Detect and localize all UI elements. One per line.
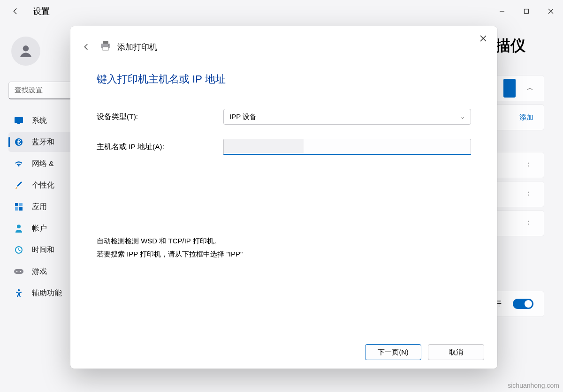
svg-point-17 [20, 271, 22, 272]
clock-icon [14, 245, 23, 255]
add-printer-dialog: 添加打印机 键入打印机主机名或 IP 地址 设备类型(T): IPP 设备 ⌄ … [70, 26, 497, 369]
sidebar-item-label: 个性化 [32, 181, 54, 190]
avatar[interactable] [11, 37, 40, 66]
sidebar-item-label: 应用 [32, 202, 47, 212]
svg-point-18 [18, 289, 20, 291]
sidebar-item-label: 游戏 [32, 267, 47, 277]
printer-icon [100, 41, 111, 53]
brush-icon [14, 181, 23, 190]
svg-rect-15 [14, 269, 23, 274]
watermark: sichuanhong.com [508, 382, 559, 389]
dialog-heading: 键入打印机主机名或 IP 地址 [97, 72, 471, 86]
chevron-down-icon: ⌄ [460, 113, 465, 120]
svg-rect-11 [19, 207, 23, 211]
input-selection [224, 139, 304, 153]
svg-rect-23 [103, 47, 108, 50]
svg-rect-9 [19, 203, 23, 206]
svg-point-4 [23, 45, 29, 51]
add-link[interactable]: 添加 [519, 113, 533, 122]
dialog-title: 添加打印机 [117, 42, 157, 53]
svg-point-16 [16, 271, 18, 272]
dialog-hint: 自动检测检测 WSD 和 TCP/IP 打印机。 若要搜索 IPP 打印机，请从… [97, 234, 471, 261]
chevron-right-icon: 〉 [527, 190, 533, 198]
apps-icon [14, 202, 23, 211]
device-type-label: 设备类型(T): [97, 112, 223, 122]
svg-rect-10 [15, 207, 18, 211]
maximize-button[interactable] [514, 2, 539, 21]
sidebar-item-label: 蓝牙和 [32, 137, 54, 147]
wifi-icon [14, 159, 23, 168]
minimize-button[interactable] [490, 2, 514, 21]
cancel-button[interactable]: 取消 [428, 344, 484, 360]
dialog-back-button[interactable] [79, 39, 94, 54]
svg-rect-21 [103, 41, 108, 44]
sidebar-item-label: 时间和 [32, 245, 54, 255]
chevron-right-icon: 〉 [527, 161, 533, 169]
device-type-select[interactable]: IPP 设备 ⌄ [223, 109, 471, 125]
app-title: 设置 [33, 6, 50, 17]
window-back-button[interactable] [8, 3, 23, 19]
hint-line: 若要搜索 IPP 打印机，请从下拉框中选择 "IPP" [97, 248, 471, 261]
access-icon [14, 288, 23, 298]
hostname-input[interactable] [223, 139, 471, 155]
sidebar-item-label: 辅助功能 [32, 288, 62, 298]
sidebar-item-label: 帐户 [32, 224, 47, 234]
person-icon [14, 224, 23, 233]
window-controls [490, 2, 563, 21]
bluetooth-icon [14, 137, 23, 147]
svg-rect-6 [17, 123, 20, 124]
dialog-close-button[interactable] [476, 31, 491, 46]
device-type-value: IPP 设备 [229, 113, 257, 121]
sidebar-item-label: 系统 [32, 116, 47, 126]
accent-block [503, 79, 516, 98]
svg-rect-8 [15, 203, 18, 206]
svg-rect-5 [15, 117, 23, 123]
gamepad-icon [14, 267, 23, 276]
search-placeholder: 查找设置 [15, 86, 43, 95]
svg-point-24 [108, 45, 109, 45]
svg-rect-1 [525, 9, 529, 14]
monitor-icon [14, 116, 23, 125]
svg-point-12 [17, 225, 21, 228]
titlebar: 设置 [0, 0, 563, 23]
hostname-label: 主机名或 IP 地址(A): [97, 142, 223, 152]
next-button[interactable]: 下一页(N) [365, 344, 421, 360]
chevron-up-icon: ︿ [527, 84, 533, 92]
window-close-button[interactable] [539, 2, 563, 21]
sidebar-item-label: 网络 & [32, 159, 54, 169]
toggle-switch[interactable] [513, 299, 533, 309]
hint-line: 自动检测检测 WSD 和 TCP/IP 打印机。 [97, 234, 471, 248]
chevron-right-icon: 〉 [527, 219, 533, 227]
